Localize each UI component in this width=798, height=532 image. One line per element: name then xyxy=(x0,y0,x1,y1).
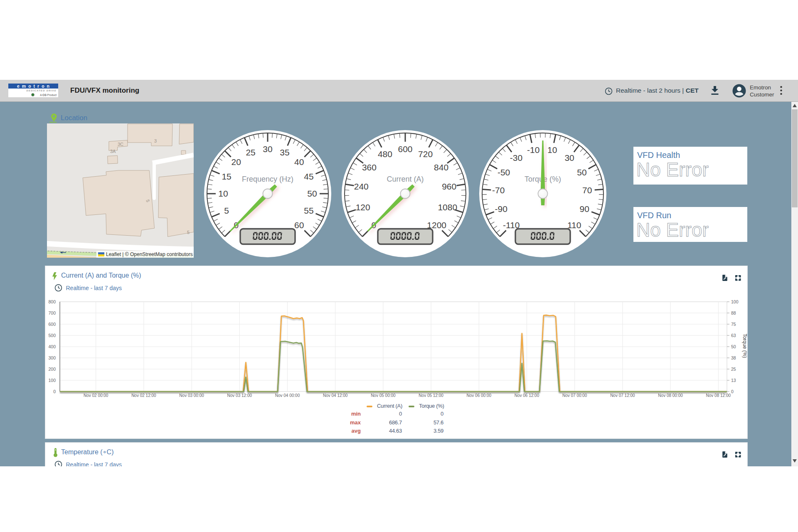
svg-text:-110: -110 xyxy=(503,220,520,230)
svg-text:Nov 03 00:00: Nov 03 00:00 xyxy=(179,393,204,398)
svg-text:3: 3 xyxy=(154,138,157,143)
svg-text:30: 30 xyxy=(263,144,272,154)
svg-text:Nov 06 00:00: Nov 06 00:00 xyxy=(467,393,492,398)
svg-text:Torque (%): Torque (%) xyxy=(742,334,747,358)
svg-text:38: 38 xyxy=(731,355,736,360)
svg-text:840: 840 xyxy=(434,163,448,172)
svg-text:Current (A): Current (A) xyxy=(387,175,424,183)
svg-text:720: 720 xyxy=(418,149,433,159)
svg-text:960: 960 xyxy=(442,182,456,191)
svg-text:13: 13 xyxy=(731,378,736,383)
svg-text:55: 55 xyxy=(304,206,313,215)
svg-text:3C: 3C xyxy=(118,142,123,147)
svg-text:10: 10 xyxy=(218,189,228,198)
svg-text:50: 50 xyxy=(577,167,586,177)
svg-text:Nov 02 12:00: Nov 02 12:00 xyxy=(131,393,156,398)
svg-text:200: 200 xyxy=(48,367,56,372)
svg-text:Nov 08 00:00: Nov 08 00:00 xyxy=(658,393,683,398)
svg-text:20: 20 xyxy=(232,157,241,167)
svg-text:90: 90 xyxy=(580,204,589,214)
svg-text:40: 40 xyxy=(294,157,304,167)
svg-text:3A: 3A xyxy=(110,149,116,154)
svg-text:-70: -70 xyxy=(492,185,505,195)
svg-text:Leaflet | © OpenStreetMap cont: Leaflet | © OpenStreetMap contributors xyxy=(106,251,193,257)
svg-text:700: 700 xyxy=(48,310,56,315)
svg-text:Nov 05 00:00: Nov 05 00:00 xyxy=(371,393,396,398)
svg-text:100: 100 xyxy=(731,299,739,304)
svg-text:Nov 06 12:00: Nov 06 12:00 xyxy=(515,393,539,398)
svg-text:480: 480 xyxy=(378,149,392,159)
svg-text:50: 50 xyxy=(731,344,736,349)
svg-text:Nov 04 12:00: Nov 04 12:00 xyxy=(323,393,348,398)
svg-text:5: 5 xyxy=(224,206,229,215)
svg-text:300: 300 xyxy=(48,355,56,360)
svg-text:800: 800 xyxy=(48,299,56,304)
svg-text:Nov 07 00:00: Nov 07 00:00 xyxy=(562,393,587,398)
svg-text:50: 50 xyxy=(307,189,317,198)
svg-text:75: 75 xyxy=(731,322,736,327)
svg-text:45: 45 xyxy=(304,172,313,181)
svg-text:30: 30 xyxy=(564,153,574,163)
svg-text:88: 88 xyxy=(731,310,736,315)
svg-text:15: 15 xyxy=(222,172,231,181)
svg-text:25: 25 xyxy=(731,367,736,372)
svg-text:600: 600 xyxy=(398,144,412,154)
svg-text:Nov 07 12:00: Nov 07 12:00 xyxy=(610,393,635,398)
svg-text:25: 25 xyxy=(246,148,255,157)
svg-text:63: 63 xyxy=(731,333,736,338)
svg-text:0: 0 xyxy=(53,389,56,394)
svg-text:360: 360 xyxy=(362,163,377,172)
svg-text:110: 110 xyxy=(567,220,581,230)
svg-text:120: 120 xyxy=(356,202,370,212)
svg-text:-90: -90 xyxy=(495,204,507,214)
svg-text:-10: -10 xyxy=(527,145,539,155)
svg-text:Nov 02 00:00: Nov 02 00:00 xyxy=(84,393,108,398)
svg-text:35: 35 xyxy=(280,148,289,157)
svg-text:-50: -50 xyxy=(498,167,510,177)
svg-text:0: 0 xyxy=(731,389,734,394)
svg-text:Nov 04 00:00: Nov 04 00:00 xyxy=(275,393,300,398)
svg-text:10: 10 xyxy=(547,145,557,155)
svg-text:Nov 03 12:00: Nov 03 12:00 xyxy=(227,393,252,398)
svg-text:Frequency (Hz): Frequency (Hz) xyxy=(242,175,293,183)
svg-text:100: 100 xyxy=(48,378,56,383)
svg-text:1080: 1080 xyxy=(438,202,457,212)
svg-text:Nov 05 12:00: Nov 05 12:00 xyxy=(419,393,443,398)
svg-text:60: 60 xyxy=(294,220,304,230)
svg-text:240: 240 xyxy=(354,182,369,191)
svg-text:70: 70 xyxy=(582,185,592,195)
svg-text:Nov 08 12:00: Nov 08 12:00 xyxy=(706,393,731,398)
svg-text:5: 5 xyxy=(187,230,190,235)
svg-text:400: 400 xyxy=(48,344,56,349)
svg-text:600: 600 xyxy=(48,322,56,327)
svg-text:-30: -30 xyxy=(510,153,522,163)
svg-text:500: 500 xyxy=(48,333,56,338)
